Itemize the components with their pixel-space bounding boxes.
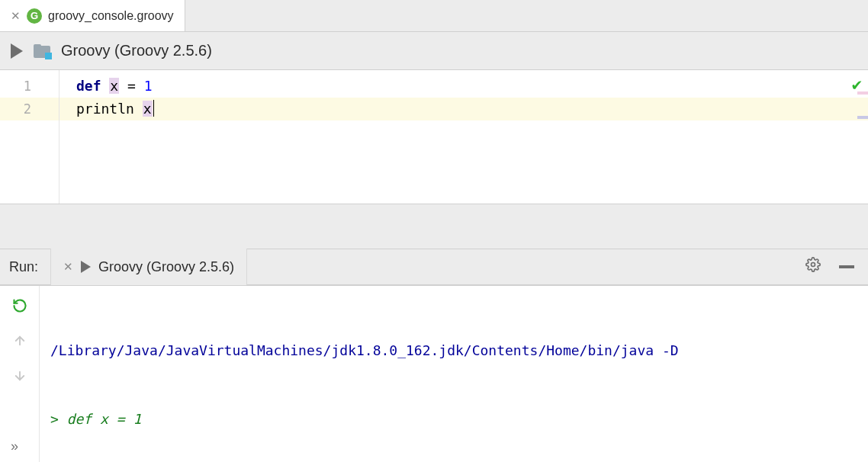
error-stripe-mark[interactable] [857, 91, 868, 95]
run-tab-label: Groovy (Groovy 2.5.6) [98, 259, 234, 275]
run-button-icon[interactable] [11, 43, 23, 59]
line-number[interactable]: 2 [0, 98, 59, 120]
editor-content[interactable]: def x = 1 println x ✔ [59, 70, 868, 204]
run-toolwindow-header: Run: ✕ Groovy (Groovy 2.5.6) [0, 249, 868, 285]
close-tab-icon[interactable]: ✕ [11, 10, 21, 21]
editor-tab-bar: ✕ G groovy_console.groovy [0, 0, 868, 32]
panel-gap [0, 204, 868, 249]
console-output[interactable]: /Library/Java/JavaVirtualMachines/jdk1.8… [40, 286, 868, 462]
code-line[interactable]: println x [59, 98, 868, 120]
run-config-tab[interactable]: ✕ Groovy (Groovy 2.5.6) [50, 249, 247, 285]
hide-panel-icon[interactable] [834, 265, 859, 268]
run-panel-label: Run: [9, 259, 38, 275]
breadcrumb-label: Groovy (Groovy 2.5.6) [61, 42, 212, 59]
editor-gutter: 1 2 [0, 70, 59, 204]
console-toolbar [0, 286, 40, 462]
file-tab[interactable]: ✕ G groovy_console.groovy [0, 0, 185, 31]
close-run-tab-icon[interactable]: ✕ [63, 260, 73, 274]
scroll-down-icon[interactable] [9, 365, 31, 387]
code-editor[interactable]: 1 2 def x = 1 println x ✔ [0, 70, 868, 204]
run-tab-play-icon [81, 261, 91, 273]
text-caret [153, 100, 155, 117]
groovy-file-icon: G [27, 8, 42, 24]
settings-gear-icon[interactable] [801, 257, 825, 277]
rerun-button-icon[interactable] [9, 295, 31, 316]
more-actions-icon[interactable]: » [11, 438, 20, 454]
breadcrumb-bar: Groovy (Groovy 2.5.6) [0, 32, 868, 70]
scroll-up-icon[interactable] [9, 330, 31, 351]
line-number[interactable]: 1 [0, 75, 59, 98]
console-echo-line: > def x = 1 [50, 408, 857, 431]
module-folder-icon [34, 44, 50, 58]
svg-point-0 [812, 263, 815, 267]
code-line[interactable]: def x = 1 [59, 75, 868, 98]
tab-filename: groovy_console.groovy [48, 9, 174, 23]
console-command-line: /Library/Java/JavaVirtualMachines/jdk1.8… [50, 339, 857, 362]
error-stripe-mark[interactable] [857, 116, 868, 119]
run-console: /Library/Java/JavaVirtualMachines/jdk1.8… [0, 285, 868, 462]
